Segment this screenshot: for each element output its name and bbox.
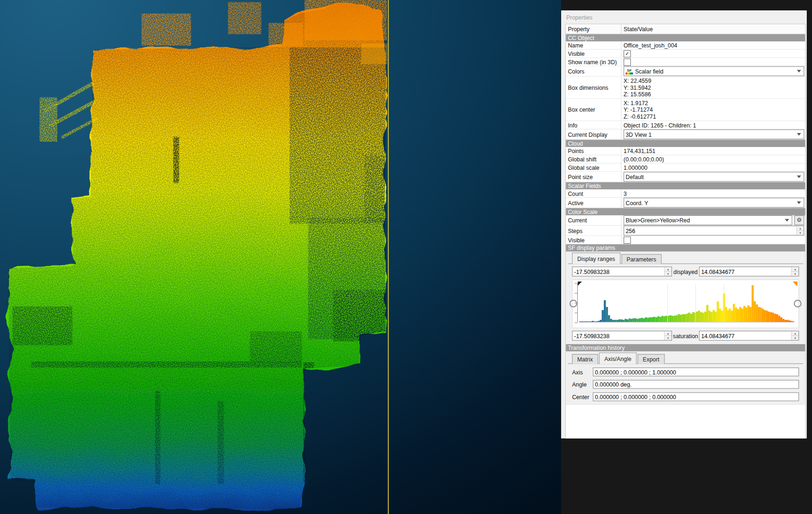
spin-down-icon[interactable]: ▼ (797, 231, 804, 235)
scalar-field-icon: SF (626, 68, 633, 74)
row-box-dimensions: Box dimensions X: 22.4559 Y: 31.5942 Z: … (566, 77, 805, 99)
row-global-scale: Global scale 1.000000 (566, 164, 805, 172)
tab-parameters[interactable]: Parameters (622, 254, 662, 264)
center-row: Center (572, 392, 799, 401)
info-label: Info (566, 121, 622, 129)
section-color-scale: Color Scale (566, 208, 805, 215)
tab-export[interactable]: Export (637, 354, 664, 364)
tab-display-ranges[interactable]: Display ranges (572, 253, 621, 264)
properties-table: Property State/Value CC Object Name Offi… (565, 24, 805, 438)
row-show-name: Show name (in 3D) (566, 58, 805, 67)
box-dim-y: Y: 31.5942 (623, 84, 651, 91)
box-center-y: Y: -1.71274 (623, 107, 656, 113)
current-display-value: 3D View 1 (626, 131, 797, 137)
visible-checkbox[interactable]: ✓ (623, 50, 631, 57)
color-scale-value: Blue>Green>Yellow>Red (626, 217, 785, 223)
angle-label: Angle (572, 381, 593, 387)
global-scale-label: Global scale (566, 164, 622, 172)
colors-combobox[interactable]: SF Scalar field (623, 66, 804, 76)
application-window: Properties Property State/Value CC Objec… (0, 0, 812, 514)
point-size-value: Default (626, 174, 797, 180)
chevron-down-icon (797, 133, 801, 136)
vertical-marker-line (388, 0, 389, 514)
sf-histogram[interactable] (572, 280, 799, 328)
color-scale-combobox[interactable]: Blue>Green>Yellow>Red (623, 215, 792, 225)
steps-spinbox[interactable]: ▲▼ (623, 226, 804, 235)
current-display-combobox[interactable]: 3D View 1 (623, 129, 804, 139)
box-center-z: Z: -0.612771 (623, 113, 656, 120)
row-box-center: Box center X: 1.9172 Y: -1.71274 Z: -0.6… (566, 99, 805, 121)
display-max-input[interactable] (700, 267, 792, 276)
saturation-max-spinbox[interactable]: ▲▼ (699, 331, 799, 340)
panel-title: Properties (561, 10, 807, 24)
transformation-widget: Matrix Axis/Angle Export Axis Angle Cent… (566, 352, 805, 405)
spin-up-icon[interactable]: ▲ (665, 331, 672, 336)
spin-up-icon[interactable]: ▲ (797, 226, 804, 231)
row-steps: Steps ▲▼ (566, 226, 805, 236)
table-empty-area (566, 405, 805, 438)
steps-input[interactable] (624, 226, 796, 235)
active-label: Active (566, 198, 622, 207)
tab-matrix[interactable]: Matrix (572, 354, 598, 364)
axis-input[interactable] (593, 367, 799, 376)
display-max-spinbox[interactable]: ▲▼ (699, 267, 799, 276)
center-input[interactable] (593, 392, 799, 401)
row-count: Count 3 (566, 189, 805, 198)
scale-visible-label: Visible (566, 236, 622, 244)
section-sf-display-params: SF display params (566, 244, 805, 252)
spin-down-icon[interactable]: ▼ (792, 272, 798, 276)
current-scale-label: Current (566, 215, 622, 225)
histogram-bars (579, 284, 794, 322)
display-min-spinbox[interactable]: ▲▼ (572, 267, 672, 276)
global-scale-value: 1.000000 (622, 164, 805, 172)
show-name-label: Show name (in 3D) (566, 58, 622, 66)
displayed-label: displayed (672, 268, 699, 274)
chevron-down-icon (797, 201, 801, 204)
saturation-min-input[interactable] (573, 331, 664, 340)
scale-visible-checkbox[interactable] (623, 236, 631, 244)
row-scale-visible: Visible (566, 236, 805, 244)
box-dim-x: X: 22.4559 (623, 77, 651, 84)
saturation-label: saturation (672, 333, 699, 339)
axis-row: Axis (572, 367, 799, 376)
count-label: Count (566, 189, 622, 197)
angle-input[interactable] (593, 380, 799, 389)
spin-down-icon[interactable]: ▼ (792, 336, 798, 340)
points-label: Points (566, 147, 622, 155)
angle-row: Angle (572, 380, 799, 389)
histogram-gridline (724, 284, 724, 322)
spin-down-icon[interactable]: ▼ (665, 336, 672, 340)
show-name-checkbox[interactable] (623, 58, 631, 66)
name-label: Name (566, 41, 622, 49)
name-value[interactable]: Office_test_josh_004 (622, 41, 805, 49)
saturation-range-row: ▲▼ saturation ▲▼ (572, 331, 799, 340)
checkmark: ✓ (625, 51, 629, 56)
saturation-min-spinbox[interactable]: ▲▼ (572, 331, 672, 340)
spin-up-icon[interactable]: ▲ (665, 267, 672, 272)
active-sf-combobox[interactable]: Coord. Y (623, 198, 804, 207)
histogram-right-marker-icon[interactable] (793, 281, 798, 286)
spin-up-icon[interactable]: ▲ (792, 267, 798, 272)
column-header-property: Property (566, 24, 622, 33)
color-scale-editor-button[interactable]: ⚙ (794, 215, 804, 225)
colors-label: Colors (566, 66, 622, 76)
tab-axis-angle[interactable]: Axis/Angle (599, 353, 636, 364)
properties-panel: Properties Property State/Value CC Objec… (561, 10, 807, 438)
row-current-scale: Current Blue>Green>Yellow>Red ⚙ (566, 215, 805, 226)
display-min-input[interactable] (573, 267, 664, 276)
spin-down-icon[interactable]: ▼ (665, 272, 672, 276)
row-name: Name Office_test_josh_004 (566, 41, 805, 50)
histogram-right-handle[interactable] (794, 300, 802, 307)
row-points: Points 174,431,151 (566, 147, 805, 155)
3d-viewport[interactable] (0, 0, 561, 514)
saturation-max-input[interactable] (700, 331, 792, 340)
gear-icon: ⚙ (797, 217, 802, 223)
spin-up-icon[interactable]: ▲ (792, 331, 798, 336)
histogram-left-marker-icon[interactable] (578, 281, 582, 286)
center-label: Center (572, 394, 593, 400)
row-colors: Colors SF Scalar field (566, 66, 805, 76)
point-size-combobox[interactable]: Default (623, 172, 804, 181)
point-size-label: Point size (566, 172, 622, 181)
histogram-left-handle[interactable] (569, 300, 577, 307)
point-cloud (0, 0, 396, 514)
